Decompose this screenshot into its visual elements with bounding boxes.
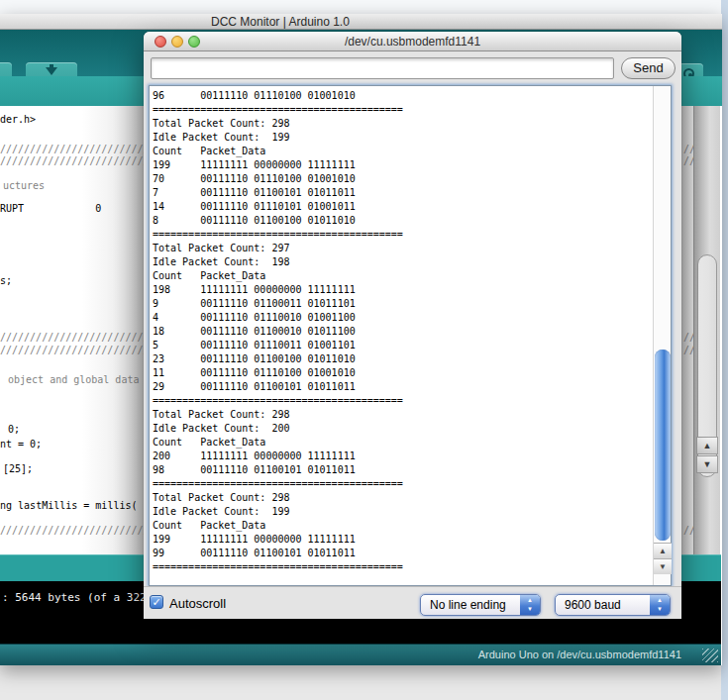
code-comment: object and global data — [8, 374, 139, 385]
code-fragment: nt = 0; — [0, 439, 42, 450]
scroll-down-icon[interactable]: ▼ — [696, 455, 718, 473]
code-editor-left-clip: der.h> /////////////////////////////////… — [0, 106, 149, 554]
code-fragment: s; — [0, 275, 12, 286]
scroll-down-icon[interactable]: ▼ — [654, 558, 672, 574]
ide-statusbar: Arduino Uno on /dev/cu.usbmodemfd1141 — [0, 644, 721, 665]
code-comment: // — [683, 144, 693, 154]
autoscroll-label: Autoscroll — [169, 596, 226, 611]
serial-output-text: 96 00111110 01110100 01001010 ==========… — [150, 86, 653, 585]
popup-stepper: ▲▼ — [650, 595, 670, 615]
baud-rate-value: 9600 baud — [565, 598, 621, 612]
code-comment: //////////////////////////////////////// — [0, 525, 149, 536]
scroll-up-icon[interactable]: ▲ — [696, 437, 718, 454]
scroll-up-icon[interactable]: ▲ — [654, 543, 672, 558]
serial-send-input[interactable] — [151, 57, 614, 79]
code-comment: //////////////////////////////////////// — [0, 345, 149, 355]
line-ending-value: No line ending — [430, 598, 506, 612]
code-fragment: [25]; — [3, 463, 33, 474]
up-down-arrows-icon: ▲▼ — [520, 596, 540, 614]
up-down-arrows-icon: ▲▼ — [650, 596, 670, 614]
code-fragment-millis: ng lastMillis = millis( — [0, 500, 138, 511]
serial-monitor-window: /dev/cu.usbmodemfd1141 Send 96 00111110 … — [144, 32, 681, 619]
monitor-scrollbar-thumb[interactable] — [655, 350, 671, 541]
code-comment: // — [683, 345, 693, 355]
console-output: : 5644 bytes (of a 32256 — [2, 591, 159, 604]
monitor-window-title: /dev/cu.usbmodemfd1141 — [144, 35, 681, 49]
code-comment: // — [683, 525, 693, 536]
code-comment: // — [683, 332, 693, 343]
code-comment: //////////////////////////////////////// — [0, 332, 149, 343]
resize-grip[interactable] — [702, 649, 718, 662]
desktop-edge — [721, 0, 728, 700]
code-comment: //////////////////////////////////////// — [0, 155, 149, 166]
popup-stepper: ▲▼ — [520, 595, 540, 615]
code-fragment: 0; — [8, 424, 20, 435]
ide-window-title: DCC Monitor | Arduino 1.0 — [211, 15, 350, 29]
autoscroll-checkbox[interactable]: ✓ — [150, 595, 163, 609]
ide-titlebar[interactable]: DCC Monitor | Arduino 1.0 — [0, 14, 722, 30]
board-port-status: Arduino Uno on /dev/cu.usbmodemfd1141 — [478, 649, 681, 660]
screen: DCC Monitor | Arduino 1.0 der.h> ///////… — [0, 0, 728, 700]
line-ending-select[interactable]: No line ending ▲▼ — [420, 594, 541, 616]
baud-rate-select[interactable]: 9600 baud ▲▼ — [555, 594, 671, 616]
monitor-bottom-bar: ✓ Autoscroll No line ending ▲▼ 9600 baud… — [144, 586, 681, 619]
editor-scrollbar[interactable]: ▲ ▼ — [693, 106, 720, 554]
code-fragment: RUPT 0 — [0, 203, 101, 214]
code-editor-right-clip: // // // // // — [681, 106, 693, 554]
code-comment: uctures — [3, 180, 45, 191]
monitor-scrollbar[interactable]: ▲ ▼ — [653, 86, 671, 585]
code-comment: //////////////////////////////////////// — [0, 144, 149, 154]
send-button[interactable]: Send — [621, 57, 676, 79]
desktop-background — [0, 665, 721, 700]
monitor-titlebar[interactable]: /dev/cu.usbmodemfd1141 — [144, 32, 681, 51]
serial-output-area[interactable]: 96 00111110 01110100 01001010 ==========… — [149, 85, 672, 586]
code-fragment: der.h> — [0, 114, 36, 125]
code-comment: // — [683, 155, 693, 166]
